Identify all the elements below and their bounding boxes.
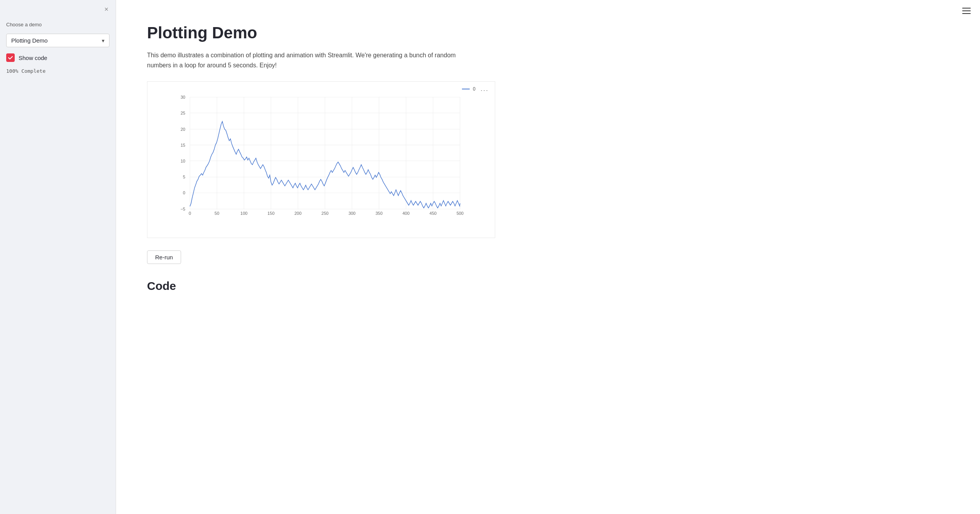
chart-more-button[interactable]: ··· [479, 85, 490, 96]
svg-text:250: 250 [322, 211, 328, 216]
svg-text:400: 400 [402, 211, 409, 216]
hamburger-line-3 [962, 13, 971, 14]
hamburger-line-2 [962, 10, 971, 11]
svg-text:15: 15 [181, 142, 185, 147]
checkmark-icon [8, 55, 13, 60]
svg-text:5: 5 [183, 175, 185, 179]
sidebar: × Choose a demo Plotting Demo Uber Picku… [0, 0, 116, 514]
show-code-label: Show code [19, 55, 47, 61]
page-description: This demo illustrates a combination of p… [147, 50, 464, 70]
svg-text:350: 350 [375, 211, 382, 216]
svg-text:0: 0 [183, 190, 185, 195]
svg-text:20: 20 [181, 127, 185, 131]
svg-text:100: 100 [240, 211, 247, 216]
svg-text:300: 300 [349, 211, 356, 216]
demo-select-wrapper[interactable]: Plotting Demo Uber Pickups Hello World A… [6, 34, 109, 47]
chart-svg: .grid-line { stroke: #ddd; stroke-width:… [171, 89, 472, 221]
svg-text:500: 500 [457, 211, 463, 216]
svg-text:200: 200 [294, 211, 301, 216]
rerun-button[interactable]: Re-run [147, 250, 181, 264]
svg-text:10: 10 [181, 158, 185, 163]
hamburger-line-1 [962, 8, 971, 9]
svg-text:50: 50 [215, 211, 219, 216]
code-heading: Code [147, 279, 949, 293]
svg-text:150: 150 [267, 211, 274, 216]
svg-text:0: 0 [189, 211, 191, 216]
svg-text:450: 450 [429, 211, 436, 216]
show-code-checkbox[interactable] [6, 53, 15, 62]
progress-text: 100% Complete [6, 68, 109, 74]
close-button[interactable]: × [102, 5, 111, 14]
page-title: Plotting Demo [147, 23, 949, 43]
svg-text:30: 30 [181, 95, 185, 99]
chart-container: 0 ··· .grid-line { stroke: #ddd; stroke-… [147, 81, 495, 238]
svg-text:25: 25 [181, 110, 185, 115]
demo-select[interactable]: Plotting Demo Uber Pickups Hello World A… [11, 37, 104, 44]
chart-svg-wrapper: .grid-line { stroke: #ddd; stroke-width:… [171, 89, 472, 222]
show-code-row[interactable]: Show code [6, 53, 109, 62]
legend-label: 0 [473, 86, 475, 92]
hamburger-button[interactable] [961, 6, 972, 15]
legend-line [462, 89, 470, 89]
main-content: Plotting Demo This demo illustrates a co… [116, 0, 980, 514]
chart-legend: 0 [462, 86, 475, 92]
demo-select-label: Choose a demo [6, 22, 109, 27]
svg-text:−5: −5 [180, 207, 185, 211]
